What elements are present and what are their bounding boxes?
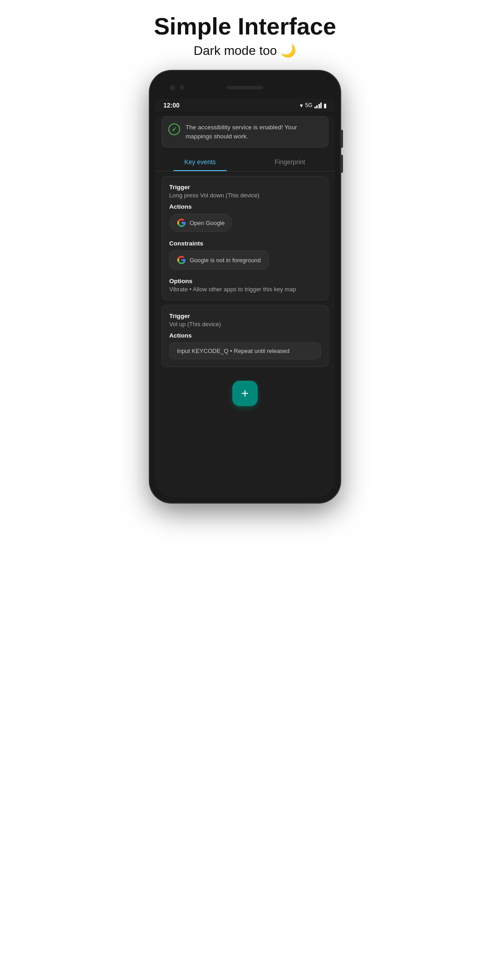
options-value-1: Vibrate • Allow other apps to trigger th… xyxy=(169,286,321,293)
signal-icon xyxy=(314,102,322,108)
camera-dots xyxy=(170,85,184,90)
page-subtitle: Dark mode too 🌙 xyxy=(194,43,296,58)
network-label: 5G xyxy=(305,102,312,108)
trigger-value-2: Vol up (This device) xyxy=(169,321,321,328)
keymap-card-2: Trigger Vol up (This device) Actions Inp… xyxy=(162,305,328,367)
action-chip-1[interactable]: Open Google xyxy=(169,214,232,232)
camera-dot-2 xyxy=(180,85,184,90)
status-bar: 12:00 ▾ 5G ▮ xyxy=(155,99,335,112)
status-icons: ▾ 5G ▮ xyxy=(300,102,327,109)
accessibility-banner: The accessibility service is enabled! Yo… xyxy=(162,116,328,147)
fab-container: + xyxy=(155,372,335,417)
actions-label-1: Actions xyxy=(169,203,321,210)
constraint-chip-text-1: Google is not in foreground xyxy=(190,257,261,264)
phone-frame: 12:00 ▾ 5G ▮ xyxy=(150,71,340,503)
keycode-chip-text-1: Input KEYCODE_Q • Repeat until released xyxy=(177,348,289,354)
fab-plus-icon: + xyxy=(241,387,249,400)
speaker-notch xyxy=(227,86,263,89)
trigger-value-1: Long press Vol down (This device) xyxy=(169,192,321,199)
status-time: 12:00 xyxy=(163,102,180,109)
fab-button[interactable]: + xyxy=(232,381,258,406)
google-icon-constraint xyxy=(177,255,186,265)
actions-label-2: Actions xyxy=(169,332,321,339)
camera-dot-1 xyxy=(170,85,175,90)
battery-icon: ▮ xyxy=(323,102,327,109)
options-label-1: Options xyxy=(169,278,321,284)
constraints-label-1: Constraints xyxy=(169,240,321,247)
trigger-label-2: Trigger xyxy=(169,313,321,319)
check-icon xyxy=(168,123,180,135)
banner-text: The accessibility service is enabled! Yo… xyxy=(186,123,322,141)
page-title: Simple Interface xyxy=(154,14,336,39)
phone-top-bar xyxy=(155,76,335,99)
trigger-label-1: Trigger xyxy=(169,184,321,191)
constraint-chip-1[interactable]: Google is not in foreground xyxy=(169,250,269,270)
app-content: The accessibility service is enabled! Yo… xyxy=(155,116,335,497)
action-chip-text-1: Open Google xyxy=(190,220,225,226)
keymap-card-1: Trigger Long press Vol down (This device… xyxy=(162,176,328,300)
page-wrapper: Simple Interface Dark mode too 🌙 12:00 ▾ xyxy=(122,0,368,503)
tab-key-events[interactable]: Key events xyxy=(155,152,245,171)
tabs-bar: Key events Fingerprint xyxy=(155,152,335,172)
keycode-chip-1[interactable]: Input KEYCODE_Q • Repeat until released xyxy=(169,343,321,359)
phone-inner: 12:00 ▾ 5G ▮ xyxy=(155,76,335,497)
google-icon-1 xyxy=(177,218,186,227)
tab-fingerprint[interactable]: Fingerprint xyxy=(245,152,335,171)
wifi-icon: ▾ xyxy=(300,102,303,109)
